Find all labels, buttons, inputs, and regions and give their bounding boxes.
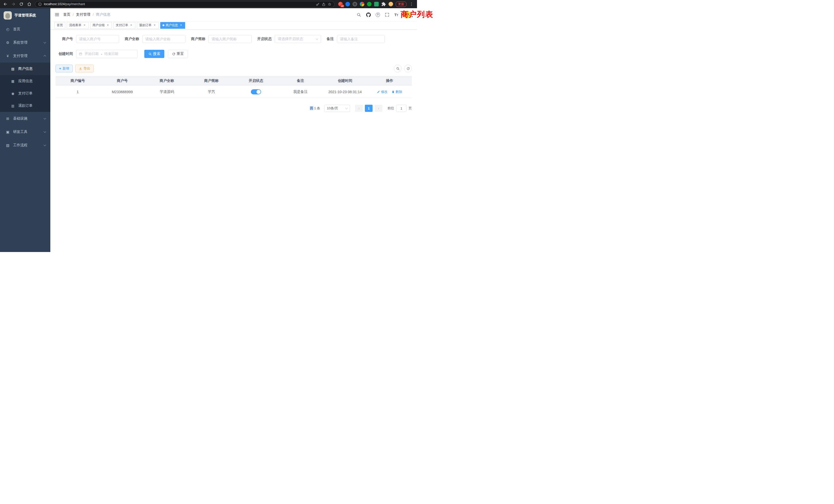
app-logo[interactable]: 芋道管理系统 [0, 8, 50, 23]
status-toggle[interactable] [251, 89, 261, 94]
breadcrumb-section[interactable]: 支付管理 [76, 12, 90, 17]
close-icon[interactable]: × [83, 24, 86, 27]
status-select[interactable]: 请选择开启状态 [275, 35, 321, 43]
sidebar-item-pay-order[interactable]: ◉ 支付订单 [0, 87, 50, 99]
extension-icon-4[interactable] [360, 2, 364, 6]
sidebar-item-app-info[interactable]: ▦ 应用信息 [0, 75, 50, 87]
sidebar-item-label: 首页 [13, 27, 47, 31]
font-size-icon[interactable]: TT [394, 13, 398, 17]
tab-user-group[interactable]: 用户分组 × [90, 22, 112, 29]
sidebar-item-merchant-info[interactable]: ▤ 商户信息 [0, 63, 50, 75]
app-title: 芋道管理系统 [14, 13, 36, 18]
tab-pay-order[interactable]: 支付订单 × [113, 22, 135, 29]
extension-icon-6[interactable] [374, 2, 379, 6]
share-icon[interactable] [322, 2, 326, 6]
tab-home[interactable]: 首页 [54, 22, 65, 29]
home-button[interactable] [27, 2, 31, 6]
sidebar-item-label: 研发工具 [13, 130, 41, 134]
pagination-total: 共 1 条 [310, 106, 320, 111]
github-icon[interactable] [366, 12, 371, 17]
page-1-button[interactable]: 1 [365, 105, 373, 112]
cell-status [234, 86, 278, 98]
sidebar-item-infrastructure[interactable]: ⊞ 基础设施 [0, 112, 50, 125]
column-header-create-time: 创建时间 [323, 76, 368, 86]
toggle-search-button[interactable] [394, 65, 401, 72]
edit-link-label: 修改 [381, 90, 388, 94]
sidebar-item-devtools[interactable]: ▣ 研发工具 [0, 125, 50, 139]
filter-row-1: 商户号 商户全称 商户简称 开启状态 请选择开启状态 [56, 35, 412, 43]
sidebar-item-workflow[interactable]: ▧ 工作流程 [0, 139, 50, 152]
search-button[interactable]: 搜索 [144, 50, 164, 58]
bookmark-star-icon[interactable] [328, 2, 331, 6]
pagination: 共 1 条 10条/页 ‹ 1 › 前往 页 [56, 105, 412, 112]
breadcrumb-home[interactable]: 首页 [63, 12, 70, 17]
merchant-name-input[interactable] [142, 35, 185, 43]
breadcrumb: 首页 / 支付管理 / 商户信息 [63, 12, 110, 17]
chevron-down-icon [44, 41, 46, 44]
search-icon[interactable] [357, 12, 361, 17]
url-bar[interactable]: localhost:1024/pay/merchant [35, 1, 334, 7]
close-icon[interactable]: × [179, 24, 183, 27]
close-icon[interactable]: × [129, 24, 133, 27]
breadcrumb-separator: / [73, 13, 74, 17]
remark-input[interactable] [337, 35, 385, 43]
column-header-merchant-no: 商户号 [100, 76, 145, 86]
tab-merchant-info[interactable]: 商户信息 × [160, 22, 185, 29]
tags-bar: 首页 流程表单 × 用户分组 × 支付订单 × 退款订单 × 商户信息 × [50, 21, 417, 30]
user-menu[interactable]: ▾ [403, 11, 413, 19]
forward-button[interactable] [11, 2, 16, 6]
navbar: 首页 / 支付管理 / 商户信息 ? TT [50, 8, 417, 21]
chevron-down-icon [316, 37, 319, 40]
close-icon[interactable]: × [153, 24, 156, 27]
refund-doc-icon: ▥ [11, 104, 15, 108]
fullscreen-icon[interactable] [385, 12, 390, 17]
page-size-select[interactable]: 10条/页 [324, 105, 350, 112]
export-button[interactable]: 导出 [75, 65, 94, 72]
back-button[interactable] [3, 2, 7, 6]
sidebar-item-refund-order[interactable]: ▥ 退款订单 [0, 99, 50, 112]
delete-link-label: 删除 [395, 90, 402, 94]
browser-menu-icon[interactable]: ⋮ [409, 2, 414, 6]
merchant-no-input[interactable] [76, 35, 119, 43]
tab-refund-order[interactable]: 退款订单 × [137, 22, 159, 29]
site-info-icon[interactable] [38, 2, 42, 6]
edit-link[interactable]: 修改 [377, 90, 388, 94]
browser-nav-buttons [3, 2, 31, 6]
extensions-puzzle-icon[interactable] [381, 2, 386, 6]
total-prefix: 共 [310, 106, 313, 110]
sidebar-item-payment[interactable]: ¥ 支付管理 [0, 49, 50, 63]
calendar-icon [79, 52, 83, 56]
goto-page-input[interactable] [396, 105, 407, 112]
select-placeholder: 请选择开启状态 [278, 37, 303, 41]
close-icon[interactable]: × [106, 24, 110, 27]
reload-button[interactable] [19, 2, 23, 6]
add-button[interactable]: + 新增 [56, 65, 73, 72]
end-date-placeholder: 结束日期 [105, 51, 118, 56]
tab-process-form[interactable]: 流程表单 × [67, 22, 89, 29]
prev-page-button[interactable]: ‹ [355, 105, 363, 112]
merchant-short-input[interactable] [208, 35, 251, 43]
reset-button[interactable]: 重置 [168, 50, 188, 58]
next-page-button[interactable]: › [375, 105, 382, 112]
delete-link[interactable]: 删除 [392, 90, 402, 94]
browser-profile-avatar[interactable] [389, 2, 393, 6]
extension-icon-1[interactable]: 10 [338, 2, 343, 6]
chevron-up-icon [44, 55, 46, 58]
hamburger-icon[interactable] [54, 12, 60, 17]
extension-icon-3[interactable] [353, 2, 357, 6]
extension-icon-2[interactable] [345, 2, 350, 6]
refresh-button[interactable] [404, 65, 412, 72]
sidebar-item-system[interactable]: ⚙ 系统管理 [0, 36, 50, 49]
sidebar-item-home[interactable]: ◴ 首页 [0, 23, 50, 36]
password-key-icon[interactable] [316, 2, 320, 6]
browser-update-button[interactable]: 更新 [396, 2, 407, 7]
breadcrumb-current: 商户信息 [96, 12, 110, 17]
help-icon[interactable]: ? [376, 13, 380, 17]
cell-actions: 修改 删除 [368, 86, 412, 98]
extension-icon-5[interactable] [367, 2, 372, 6]
plus-icon: + [59, 67, 61, 70]
tab-label: 支付订单 [116, 23, 128, 27]
filter-label: 商户号 [56, 37, 76, 41]
goto-suffix: 页 [409, 106, 412, 111]
date-range-picker[interactable]: 开始日期 - 结束日期 [76, 50, 138, 58]
